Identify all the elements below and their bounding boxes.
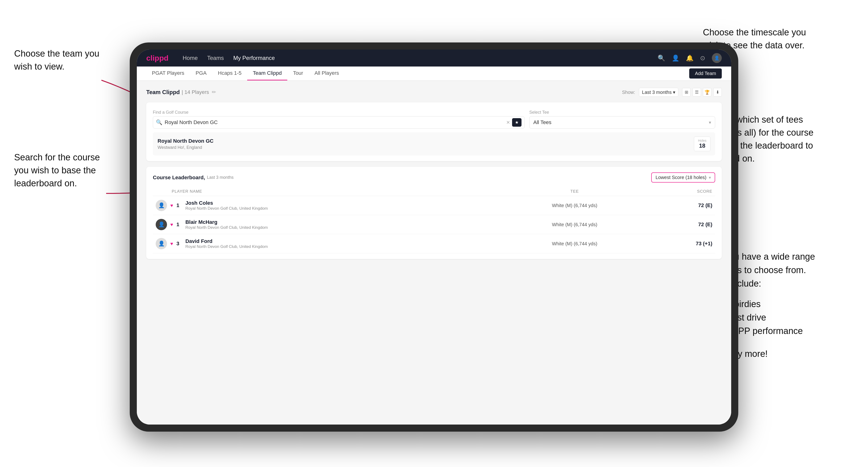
holes-badge: Holes 18: [694, 136, 710, 151]
subnav-tour[interactable]: Tour: [287, 66, 309, 81]
nav-links: Home Teams My Performance: [183, 55, 658, 61]
score-value-2: 72 (E): [698, 221, 712, 227]
player-avatar-3: 👤: [156, 238, 167, 249]
col-tee: TEE: [500, 187, 650, 196]
avatar[interactable]: 👤: [712, 53, 722, 63]
score-type-select[interactable]: Lowest Score (18 holes) ▾: [651, 173, 715, 183]
annotation-course-search: Search for the course you wish to base t…: [14, 151, 100, 190]
nav-link-myperformance[interactable]: My Performance: [233, 55, 275, 61]
player-avatar-2: 👤: [156, 219, 167, 230]
score-chevron-icon: ▾: [709, 175, 711, 180]
trophy-view-button[interactable]: 🏆: [703, 88, 711, 96]
subnav-allplayers[interactable]: All Players: [309, 66, 345, 81]
tee-cell-3: White (M) (6,744 yds): [500, 234, 650, 253]
course-result: Royal North Devon GC Westward Ho!, Engla…: [153, 132, 715, 155]
tablet-frame: clippd Home Teams My Performance 🔍 👤 🔔 ⊙…: [130, 42, 738, 432]
tee-chevron-icon: ▾: [709, 120, 711, 125]
course-location: Westward Ho!, England: [158, 145, 694, 150]
tee-select-value: All Tees: [533, 119, 709, 125]
subnav-teamclippd[interactable]: Team Clippd: [247, 66, 287, 81]
player-name-3: David Ford: [185, 238, 268, 244]
tablet-screen: clippd Home Teams My Performance 🔍 👤 🔔 ⊙…: [137, 50, 731, 425]
score-value-3: 73 (+1): [696, 241, 712, 247]
player-rank-1: 1: [177, 203, 182, 209]
tee-label: Select Tee: [529, 110, 715, 115]
player-rank-3: 3: [177, 241, 182, 247]
course-input-value[interactable]: Royal North Devon GC: [165, 119, 506, 125]
player-avatar-1: 👤: [156, 200, 167, 211]
download-button[interactable]: ⬇: [713, 88, 722, 96]
search-icon-small: 🔍: [156, 119, 162, 125]
player-club-2: Royal North Devon Golf Club, United King…: [185, 225, 268, 230]
nav-icons: 🔍 👤 🔔 ⊙ 👤: [658, 53, 722, 63]
course-search-col: Find a Golf Course 🔍 Royal North Devon G…: [153, 110, 525, 129]
show-select[interactable]: Last 3 months ▾: [639, 88, 678, 97]
team-header-right: Show: Last 3 months ▾ ⊞ ☰ 🏆 ⬇: [622, 88, 722, 97]
player-cell-1: 👤 ♥ 1 Josh Coles Royal North Devon Golf …: [153, 196, 500, 215]
player-rank-2: 1: [177, 221, 182, 228]
search-row: Find a Golf Course 🔍 Royal North Devon G…: [153, 110, 715, 129]
list-view-button[interactable]: ☰: [692, 88, 701, 96]
search-section: Find a Golf Course 🔍 Royal North Devon G…: [146, 102, 722, 161]
team-count: | 14 Players: [182, 89, 209, 95]
team-header: Team Clippd | 14 Players ✏ Show: Last 3 …: [146, 88, 722, 97]
favorite-icon-2[interactable]: ♥: [170, 222, 173, 227]
table-row: 👤 ♥ 1 Josh Coles Royal North Devon Golf …: [153, 196, 715, 215]
score-cell-2: 72 (E): [650, 215, 715, 234]
leaderboard-header: Course Leaderboard, Last 3 months Lowest…: [153, 173, 715, 183]
subnav-pgat[interactable]: PGAT Players: [146, 66, 190, 81]
player-cell-3: 👤 ♥ 3 David Ford Royal North Devon Golf …: [153, 234, 500, 253]
leaderboard-table: PLAYER NAME TEE SCORE 👤 ♥: [153, 187, 715, 253]
subnav-hcaps[interactable]: Hcaps 1-5: [212, 66, 247, 81]
player-name-1: Josh Coles: [185, 200, 268, 206]
add-team-button[interactable]: Add Team: [689, 68, 722, 79]
player-club-1: Royal North Devon Golf Club, United King…: [185, 206, 268, 211]
show-chevron-icon: ▾: [673, 90, 675, 95]
leaderboard-section: Course Leaderboard, Last 3 months Lowest…: [146, 167, 722, 259]
tee-select[interactable]: All Tees ▾: [529, 116, 715, 129]
score-value-1: 72 (E): [698, 203, 712, 208]
navbar: clippd Home Teams My Performance 🔍 👤 🔔 ⊙…: [137, 50, 731, 66]
tee-cell-2: White (M) (6,744 yds): [500, 215, 650, 234]
annotation-team-choose: Choose the team you wish to view.: [14, 47, 99, 73]
leaderboard-subtitle: Last 3 months: [207, 175, 234, 180]
holes-number: 18: [698, 143, 706, 149]
leaderboard-thead: PLAYER NAME TEE SCORE: [153, 187, 715, 196]
nav-link-home[interactable]: Home: [183, 55, 198, 61]
subnav-pga[interactable]: PGA: [190, 66, 212, 81]
grid-view-button[interactable]: ⊞: [682, 88, 691, 96]
favorite-icon-1[interactable]: ♥: [170, 203, 173, 208]
leaderboard-title: Course Leaderboard,: [153, 175, 205, 181]
favorite-icon-3[interactable]: ♥: [170, 241, 173, 247]
course-name: Royal North Devon GC: [158, 138, 694, 144]
holes-label: Holes: [698, 139, 706, 143]
settings-icon[interactable]: ⊙: [700, 55, 705, 62]
score-cell-1: 72 (E): [650, 196, 715, 215]
view-icons: ⊞ ☰ 🏆 ⬇: [682, 88, 722, 96]
notification-icon[interactable]: 🔔: [686, 55, 693, 62]
main-content: Team Clippd | 14 Players ✏ Show: Last 3 …: [137, 81, 731, 425]
nav-link-teams[interactable]: Teams: [207, 55, 224, 61]
course-search-label: Find a Golf Course: [153, 110, 525, 115]
table-row: 👤 ♥ 3 David Ford Royal North Devon Golf …: [153, 234, 715, 253]
tee-col: Select Tee All Tees ▾: [529, 110, 715, 129]
player-name-2: Blair McHarg: [185, 219, 268, 225]
table-row: 👤 ♥ 1 Blair McHarg Royal North Devon Gol…: [153, 215, 715, 234]
edit-icon[interactable]: ✏: [212, 89, 216, 95]
course-info: Royal North Devon GC Westward Ho!, Engla…: [158, 138, 694, 150]
nav-logo: clippd: [146, 54, 168, 63]
course-search-input-wrap[interactable]: 🔍 Royal North Devon GC ✕ ★: [153, 116, 525, 129]
team-title: Team Clippd: [146, 89, 180, 96]
score-cell-3: 73 (+1): [650, 234, 715, 253]
player-cell-2: 👤 ♥ 1 Blair McHarg Royal North Devon Gol…: [153, 215, 500, 234]
col-score: SCORE: [650, 187, 715, 196]
player-club-3: Royal North Devon Golf Club, United King…: [185, 244, 268, 249]
profile-icon[interactable]: 👤: [672, 55, 679, 62]
leaderboard-tbody: 👤 ♥ 1 Josh Coles Royal North Devon Golf …: [153, 196, 715, 253]
star-button[interactable]: ★: [512, 118, 522, 127]
tee-cell-1: White (M) (6,744 yds): [500, 196, 650, 215]
score-type-value: Lowest Score (18 holes): [655, 175, 706, 180]
search-clear-icon[interactable]: ✕: [506, 120, 510, 125]
subnav: PGAT Players PGA Hcaps 1-5 Team Clippd T…: [137, 66, 731, 81]
search-icon[interactable]: 🔍: [658, 55, 665, 62]
